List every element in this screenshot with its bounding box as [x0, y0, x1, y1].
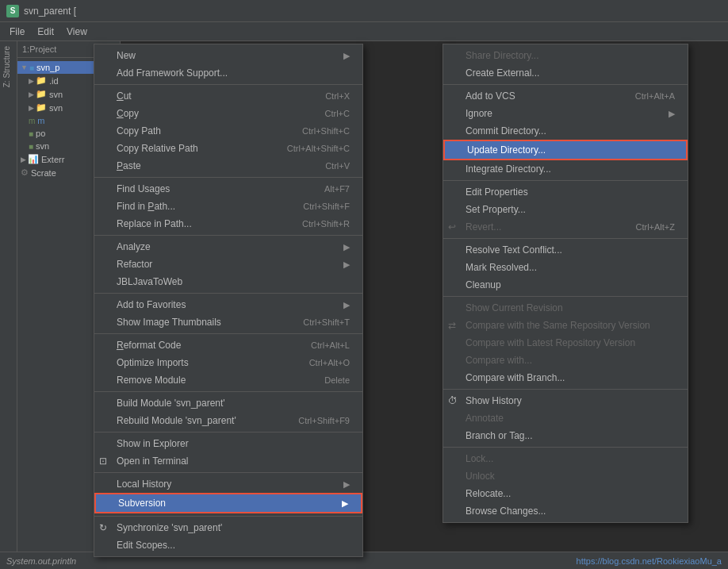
- menu-reformat-label: Reformat Code: [117, 340, 181, 351]
- vcs-revert-label: Revert...: [466, 221, 501, 233]
- menu-show-in-explorer[interactable]: Show in Explorer: [94, 435, 362, 452]
- menu-edit-scopes[interactable]: Edit Scopes...: [94, 536, 362, 554]
- vcs-add-to-vcs[interactable]: Add to VCS Ctrl+Alt+A: [443, 87, 688, 105]
- menu-bar: File Edit View: [0, 22, 728, 41]
- vcs-resolve-conflict[interactable]: Resolve Text Conflict...: [443, 241, 688, 259]
- vcs-integrate-directory[interactable]: Integrate Directory...: [443, 160, 688, 178]
- menu-refactor-arrow: ▶: [343, 260, 350, 270]
- vcs-show-history-label: Show History: [466, 395, 522, 406]
- vcs-mark-label: Mark Resolved...: [466, 262, 537, 273]
- menu-paste[interactable]: Paste Ctrl+V: [94, 157, 362, 175]
- menu-find-in-path[interactable]: Find in Path... Ctrl+Shift+F: [94, 198, 362, 215]
- separator-9: [94, 516, 362, 517]
- menu-find-usages-shortcut: Alt+F7: [324, 184, 350, 194]
- menu-build-module[interactable]: Build Module 'svn_parent': [94, 394, 362, 412]
- menu-paste-label: Paste: [117, 160, 141, 171]
- vcs-browse-label: Browse Changes...: [466, 506, 546, 517]
- menu-copy-path-label: Copy Path: [117, 125, 161, 136]
- menu-view[interactable]: View: [60, 25, 94, 39]
- vcs-compare-latest-repo: Compare with Latest Repository Version: [443, 334, 688, 352]
- vcs-compare-branch[interactable]: Compare with Branch...: [443, 369, 688, 386]
- menu-copy-path-shortcut: Ctrl+Shift+C: [302, 126, 350, 136]
- vcs-ignore-arrow: ▶: [669, 109, 675, 119]
- vcs-set-property[interactable]: Set Property...: [443, 201, 688, 218]
- separator-8: [94, 472, 362, 473]
- menu-open-terminal-label: Open in Terminal: [117, 456, 189, 467]
- app-icon: S: [6, 5, 19, 17]
- vcs-compare-same-label: Compare with the Same Repository Version: [466, 320, 650, 331]
- menu-optimize-imports-label: Optimize Imports: [117, 357, 189, 368]
- menu-find-usages[interactable]: Find Usages Alt+F7: [94, 180, 362, 198]
- menu-cut[interactable]: Cut Ctrl+X: [94, 87, 362, 105]
- vcs-ignore[interactable]: Ignore ▶: [443, 105, 688, 122]
- menu-add-framework-label: Add Framework Support...: [117, 67, 228, 79]
- menu-add-framework[interactable]: Add Framework Support...: [94, 64, 362, 82]
- menu-optimize-imports[interactable]: Optimize Imports Ctrl+Alt+O: [94, 354, 362, 371]
- vcs-update-directory[interactable]: Update Directory...: [443, 140, 688, 160]
- menu-subversion[interactable]: Subversion ▶: [94, 493, 362, 513]
- terminal-icon: ⊡: [99, 456, 107, 467]
- separator-4: [94, 293, 362, 294]
- menu-jbl[interactable]: JBLJavaToWeb: [94, 273, 362, 290]
- vcs-branch-or-tag[interactable]: Branch or Tag...: [443, 427, 688, 444]
- vcs-add-shortcut: Ctrl+Alt+A: [635, 91, 675, 101]
- separator-1: [94, 84, 362, 85]
- menu-analyze-arrow: ▶: [343, 242, 350, 252]
- vcs-share-directory-label: Share Directory...: [466, 50, 538, 61]
- separator-5: [94, 333, 362, 334]
- vcs-commit-directory[interactable]: Commit Directory...: [443, 122, 688, 140]
- menu-file[interactable]: File: [3, 25, 31, 39]
- vcs-show-history[interactable]: ⏱ Show History: [443, 392, 688, 409]
- separator-6: [94, 391, 362, 392]
- vcs-create-external[interactable]: Create External...: [443, 64, 688, 82]
- menu-analyze[interactable]: Analyze ▶: [94, 238, 362, 256]
- menu-rebuild-module[interactable]: Rebuild Module 'svn_parent' Ctrl+Shift+F…: [94, 412, 362, 429]
- menu-copy-relative-label: Copy Relative Path: [117, 143, 198, 154]
- menu-replace-in-path[interactable]: Replace in Path... Ctrl+Shift+R: [94, 215, 362, 233]
- menu-add-favorites[interactable]: Add to Favorites ▶: [94, 296, 362, 313]
- sync-icon: ↻: [99, 522, 107, 533]
- structure-tab: Z: Structure: [0, 41, 17, 569]
- vcs-separator-1: [443, 84, 688, 85]
- menu-edit[interactable]: Edit: [31, 25, 60, 39]
- menu-subversion-label: Subversion: [118, 498, 166, 509]
- menu-local-history[interactable]: Local History ▶: [94, 475, 362, 493]
- menu-new[interactable]: New ▶: [94, 47, 362, 64]
- vcs-revert: ↩ Revert... Ctrl+Alt+Z: [443, 218, 688, 236]
- menu-show-thumbnails[interactable]: Show Image Thumbnails Ctrl+Shift+T: [94, 313, 362, 331]
- menu-refactor-label: Refactor: [117, 259, 152, 270]
- menu-synchronize[interactable]: ↻ Synchronize 'svn_parent': [94, 519, 362, 536]
- vcs-lock-label: Lock...: [466, 453, 493, 464]
- structure-tab-label[interactable]: Z: Structure: [0, 41, 17, 92]
- vcs-cleanup[interactable]: Cleanup: [443, 276, 688, 294]
- menu-remove-module-label: Remove Module: [117, 375, 186, 386]
- vcs-compare-branch-label: Compare with Branch...: [466, 372, 565, 383]
- window-title: svn_parent [: [24, 6, 76, 17]
- vcs-separator-3: [443, 238, 688, 239]
- menu-copy[interactable]: Copy Ctrl+C: [94, 105, 362, 122]
- vcs-mark-resolved[interactable]: Mark Resolved...: [443, 259, 688, 276]
- vcs-set-prop-label: Set Property...: [466, 204, 526, 215]
- menu-reformat[interactable]: Reformat Code Ctrl+Alt+L: [94, 336, 362, 354]
- menu-reformat-shortcut: Ctrl+Alt+L: [311, 340, 350, 350]
- menu-rebuild-module-shortcut: Ctrl+Shift+F9: [298, 416, 350, 425]
- menu-cut-shortcut: Ctrl+X: [325, 91, 350, 101]
- menu-rebuild-module-label: Rebuild Module 'svn_parent': [117, 415, 236, 426]
- vcs-edit-properties[interactable]: Edit Properties: [443, 183, 688, 201]
- vcs-separator-6: [443, 447, 688, 448]
- vcs-revert-shortcut: Ctrl+Alt+Z: [635, 222, 675, 232]
- vcs-integrate-label: Integrate Directory...: [466, 163, 551, 175]
- menu-copy-path[interactable]: Copy Path Ctrl+Shift+C: [94, 122, 362, 140]
- menu-find-in-path-label: Find in Path...: [117, 201, 175, 212]
- menu-open-terminal[interactable]: ⊡ Open in Terminal: [94, 452, 362, 470]
- menu-edit-scopes-label: Edit Scopes...: [117, 540, 175, 551]
- vcs-relocate[interactable]: Relocate...: [443, 485, 688, 502]
- menu-refactor[interactable]: Refactor ▶: [94, 256, 362, 273]
- menu-subversion-arrow: ▶: [342, 498, 348, 509]
- compare-icon: ⇄: [448, 320, 456, 331]
- menu-replace-in-path-label: Replace in Path...: [117, 218, 192, 229]
- menu-copy-relative-path[interactable]: Copy Relative Path Ctrl+Alt+Shift+C: [94, 140, 362, 157]
- menu-remove-module[interactable]: Remove Module Delete: [94, 371, 362, 389]
- vcs-browse-changes[interactable]: Browse Changes...: [443, 502, 688, 520]
- vcs-share-directory: Share Directory...: [443, 47, 688, 64]
